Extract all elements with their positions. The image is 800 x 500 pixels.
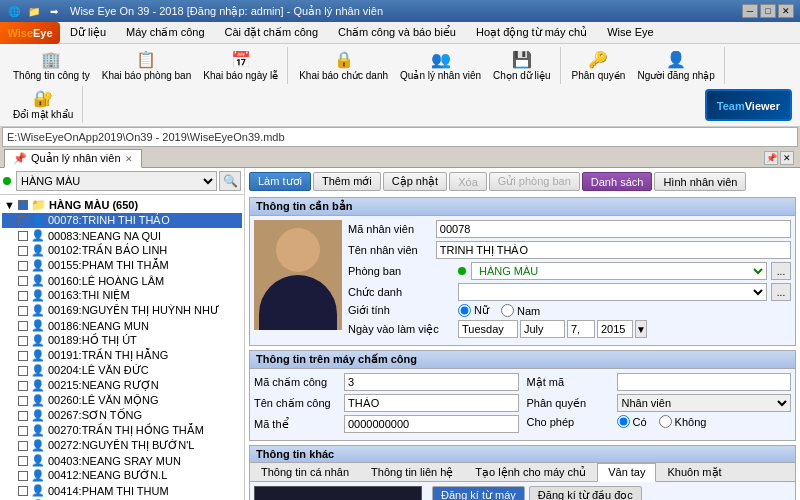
female-radio-label[interactable]: Nữ: [458, 304, 489, 317]
item-checkbox[interactable]: [18, 471, 28, 481]
item-checkbox[interactable]: [18, 381, 28, 391]
password-input[interactable]: [617, 373, 792, 391]
item-checkbox[interactable]: [18, 216, 28, 226]
holiday-button[interactable]: 📅 Khai báo ngày lễ: [198, 47, 283, 84]
department-field[interactable]: HÀNG MÀU: [471, 262, 767, 280]
menu-attendance[interactable]: Chấm công và báo biểu: [328, 24, 466, 41]
list-item[interactable]: 👤 00414:PHAM THI THUM: [2, 483, 242, 498]
department-select[interactable]: HÀNG MÀU: [16, 171, 217, 191]
machine-id-input[interactable]: [344, 415, 519, 433]
employee-id-input[interactable]: [436, 220, 791, 238]
item-checkbox[interactable]: [18, 441, 28, 451]
menu-machine[interactable]: Máy chấm công: [116, 24, 215, 41]
tab-server-cmd[interactable]: Tạo lệnh cho máy chủ: [464, 463, 597, 481]
root-checkbox[interactable]: [18, 200, 28, 210]
menu-settings[interactable]: Cài đặt chấm công: [215, 24, 328, 41]
search-button[interactable]: 🔍: [219, 171, 241, 191]
item-checkbox[interactable]: [18, 306, 28, 316]
company-info-button[interactable]: 🏢 Thông tin công ty: [8, 47, 95, 84]
tab-personal-info[interactable]: Thông tin cá nhân: [250, 463, 360, 481]
list-item[interactable]: 👤 00102:TRẦN BẢO LINH: [2, 243, 242, 258]
menu-server[interactable]: Hoạt động từ máy chủ: [466, 24, 597, 41]
item-checkbox[interactable]: [18, 291, 28, 301]
list-item[interactable]: 👤 00403:NEANG SRAY MUN: [2, 453, 242, 468]
window-controls[interactable]: ─ □ ✕: [742, 4, 794, 18]
position-button[interactable]: 🔒 Khai báo chức danh: [294, 47, 393, 84]
item-checkbox[interactable]: [18, 486, 28, 496]
item-checkbox[interactable]: [18, 276, 28, 286]
machine-name-input[interactable]: [344, 394, 519, 412]
change-password-button[interactable]: 🔐 Đổi mật khẩu: [8, 86, 78, 123]
data-select-button[interactable]: 💾 Chọn dữ liệu: [488, 47, 555, 84]
date-year-input[interactable]: [597, 320, 633, 338]
item-checkbox[interactable]: [18, 366, 28, 376]
list-item[interactable]: 👤 00083:NEANG NA QUI: [2, 228, 242, 243]
list-item[interactable]: 👤 00186:NEANG MUN: [2, 318, 242, 333]
allow-no-label[interactable]: Không: [659, 415, 707, 428]
update-button[interactable]: Cập nhật: [383, 172, 447, 191]
add-new-button[interactable]: Thêm mới: [313, 172, 381, 191]
list-item[interactable]: 👤 00412:NEANG BƯỚN.L: [2, 468, 242, 483]
tab-close-icon[interactable]: ✕: [125, 154, 133, 164]
menu-wiseeye[interactable]: Wise Eye: [597, 24, 663, 41]
list-item[interactable]: 👤 00267:SƠN TỐNG: [2, 408, 242, 423]
close-button[interactable]: ✕: [778, 4, 794, 18]
login-user-button[interactable]: 👤 Người đăng nhập: [632, 47, 720, 84]
item-checkbox[interactable]: [18, 336, 28, 346]
date-day-input[interactable]: [458, 320, 518, 338]
item-checkbox[interactable]: [18, 411, 28, 421]
department-report-button[interactable]: 📋 Khai báo phòng ban: [97, 47, 197, 84]
employee-mgmt-button[interactable]: 👥 Quản lý nhân viên: [395, 47, 486, 84]
item-checkbox[interactable]: [18, 231, 28, 241]
teamviewer-logo[interactable]: TeamViewer: [705, 89, 792, 121]
date-date-input[interactable]: [567, 320, 595, 338]
male-radio[interactable]: [501, 304, 514, 317]
allow-no-radio[interactable]: [659, 415, 672, 428]
tab-fingerprint[interactable]: Vân tay: [597, 463, 656, 482]
list-item[interactable]: 👤 00272:NGUYỄN THỊ BƯỚN'L: [2, 438, 242, 453]
list-item[interactable]: 👤 00160:LÊ HOÀNG LÂM: [2, 273, 242, 288]
permission-button[interactable]: 🔑 Phân quyền: [567, 47, 631, 84]
window-tab[interactable]: 📌 Quản lý nhân viên ✕: [4, 149, 142, 168]
grant-access-button[interactable]: Gửi phòng ban: [489, 172, 580, 191]
item-checkbox[interactable]: [18, 246, 28, 256]
list-item[interactable]: 👤 00260:LÊ VĂN MỘNG: [2, 393, 242, 408]
maximize-button[interactable]: □: [760, 4, 776, 18]
full-name-input[interactable]: [436, 241, 791, 259]
menu-data[interactable]: Dữ liệu: [60, 24, 116, 41]
list-item[interactable]: 👤 00215:NEANG RƯỢN: [2, 378, 242, 393]
item-checkbox[interactable]: [18, 426, 28, 436]
date-month-input[interactable]: [520, 320, 565, 338]
date-picker-button[interactable]: ▼: [635, 320, 647, 338]
item-checkbox[interactable]: [18, 261, 28, 271]
machine-code-input[interactable]: [344, 373, 519, 391]
list-item[interactable]: 👤 00204:LÊ VĂN ĐỨC: [2, 363, 242, 378]
minimize-button[interactable]: ─: [742, 4, 758, 18]
item-checkbox[interactable]: [18, 321, 28, 331]
refresh-button[interactable]: Làm tươi: [249, 172, 311, 191]
tab-contact-info[interactable]: Thông tin liên hệ: [360, 463, 464, 481]
list-item[interactable]: 👤 00191:TRẦN THỊ HẰNG: [2, 348, 242, 363]
list-item[interactable]: 👤 00155:PHAM THI THẮM: [2, 258, 242, 273]
position-browse-button[interactable]: ...: [771, 283, 791, 301]
reg-tab-reader[interactable]: Đăng kí từ đầu đọc: [529, 486, 642, 500]
list-button[interactable]: Danh sách: [582, 172, 653, 191]
list-item[interactable]: 👤 00169:NGUYỄN THỊ HUỲNH NHƯ: [2, 303, 242, 318]
panel-pin-button[interactable]: 📌: [764, 151, 778, 165]
department-browse-button[interactable]: ...: [771, 262, 791, 280]
list-item[interactable]: 👤 00270:TRẦN THỊ HỒNG THẮM: [2, 423, 242, 438]
permission-select[interactable]: Nhân viên: [617, 394, 792, 412]
female-radio[interactable]: [458, 304, 471, 317]
allow-yes-label[interactable]: Có: [617, 415, 647, 428]
delete-button[interactable]: Xóa: [449, 172, 487, 191]
employee-photo-button[interactable]: Hình nhân viên: [654, 172, 746, 191]
list-item[interactable]: 👤 00163:THI NIỆM: [2, 288, 242, 303]
male-radio-label[interactable]: Nam: [501, 304, 540, 317]
item-checkbox[interactable]: [18, 351, 28, 361]
tab-face[interactable]: Khuôn mặt: [656, 463, 732, 481]
panel-close-button[interactable]: ✕: [780, 151, 794, 165]
item-checkbox[interactable]: [18, 456, 28, 466]
allow-yes-radio[interactable]: [617, 415, 630, 428]
list-item[interactable]: 👤 00078:TRINH THI THẢO: [2, 213, 242, 228]
item-checkbox[interactable]: [18, 396, 28, 406]
